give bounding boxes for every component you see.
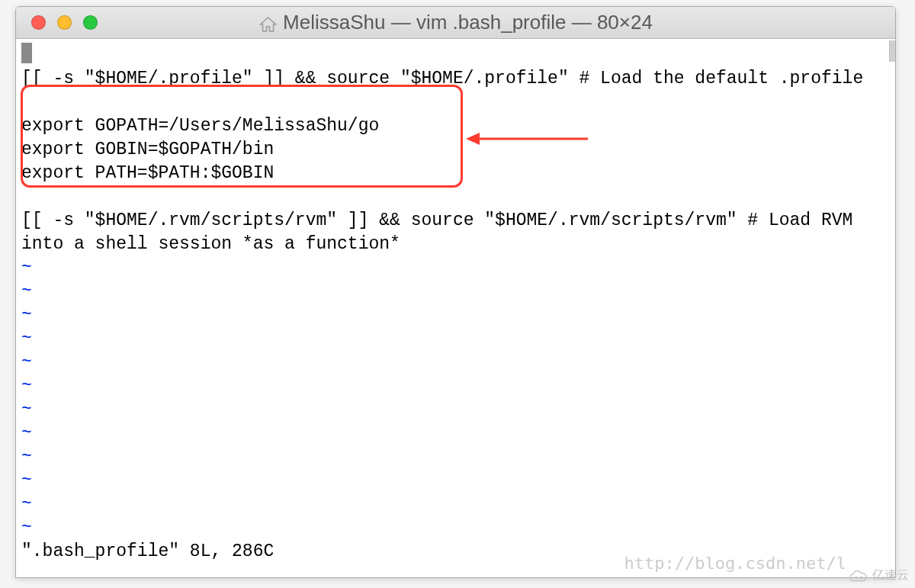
maximize-button[interactable] — [83, 15, 98, 30]
titlebar: MelissaShu — vim .bash_profile — 80×24 — [16, 7, 895, 39]
svg-point-2 — [855, 576, 857, 578]
corner-logo-text: 亿速云 — [872, 567, 909, 583]
vim-tilde: ~ — [21, 376, 32, 396]
vim-tilde: ~ — [21, 447, 32, 467]
traffic-lights — [31, 15, 98, 30]
cloud-icon — [843, 568, 869, 583]
vim-tilde: ~ — [21, 305, 32, 325]
vim-tilde: ~ — [21, 258, 32, 278]
vim-tilde: ~ — [21, 400, 32, 419]
vim-tilde: ~ — [21, 329, 32, 349]
vim-tilde: ~ — [21, 518, 32, 538]
code-line: export PATH=$PATH:$GOBIN — [21, 163, 274, 183]
minimize-button[interactable] — [57, 15, 72, 30]
vim-tilde: ~ — [21, 352, 32, 372]
vim-tilde: ~ — [21, 471, 32, 490]
vim-tilde: ~ — [21, 494, 32, 514]
watermark: http://blog.csdn.net/l — [624, 554, 846, 573]
code-line: [[ -s "$HOME/.rvm/scripts/rvm" ]] && sou… — [21, 210, 852, 230]
home-icon — [258, 14, 277, 31]
vim-status: ".bash_profile" 8L, 286C — [21, 541, 274, 561]
code-line: export GOBIN=$GOPATH/bin — [21, 140, 274, 159]
corner-logo: 亿速云 — [843, 567, 909, 583]
svg-point-3 — [860, 576, 862, 578]
vim-tilde: ~ — [21, 423, 32, 443]
code-line: into a shell session *as a function* — [21, 234, 400, 254]
title-area: MelissaShu — vim .bash_profile — 80×24 — [258, 11, 653, 34]
window-title: MelissaShu — vim .bash_profile — 80×24 — [283, 11, 653, 34]
terminal-content[interactable]: [[ -s "$HOME/.profile" ]] && source "$HO… — [16, 39, 895, 567]
code-line: export GOPATH=/Users/MelissaShu/go — [21, 116, 379, 136]
vim-tilde: ~ — [21, 281, 32, 301]
close-button[interactable] — [31, 15, 46, 30]
code-line: [[ -s "$HOME/.profile" ]] && source "$HO… — [21, 69, 863, 88]
terminal-window: MelissaShu — vim .bash_profile — 80×24 [… — [15, 6, 896, 578]
cursor — [21, 43, 32, 63]
